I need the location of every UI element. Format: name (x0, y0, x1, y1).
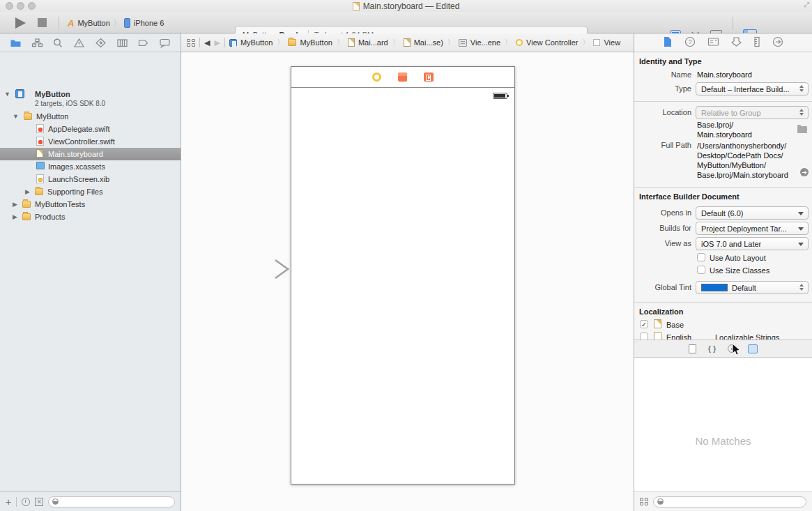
go-to-path-icon[interactable]: ➔ (800, 168, 809, 176)
disclosure-triangle-icon[interactable]: ▼ (13, 110, 19, 123)
disclosure-triangle-icon[interactable]: ▶ (25, 185, 30, 198)
use-size-classes-checkbox[interactable] (697, 266, 705, 274)
file-template-library-icon[interactable] (689, 344, 696, 353)
breadcrumb-group[interactable]: MyButton (288, 38, 332, 47)
toolbar-divider (733, 17, 733, 29)
stop-button[interactable] (38, 18, 47, 27)
identity-inspector-icon[interactable] (707, 37, 719, 48)
divider (634, 302, 812, 303)
issue-navigator-icon[interactable] (73, 38, 85, 48)
type-dropdown[interactable]: Default – Interface Build... (696, 82, 809, 96)
size-inspector-icon[interactable] (753, 36, 760, 49)
tree-row-file[interactable]: AppDelegate.swift (0, 123, 181, 135)
tree-row-group[interactable]: ▶ MyButtonTests (0, 198, 181, 211)
fullscreen-icon[interactable]: ⤢ (804, 1, 809, 9)
file-inspector-icon[interactable] (663, 36, 673, 49)
connections-inspector-icon[interactable] (772, 36, 783, 49)
project-subtitle: 2 targets, iOS SDK 8.0 (35, 98, 105, 110)
global-tint-control[interactable]: Default (696, 281, 809, 294)
breadcrumb-view-controller[interactable]: View Controller (516, 38, 578, 47)
location-dropdown[interactable]: Relative to Group (696, 106, 809, 119)
attributes-inspector-icon[interactable] (731, 36, 742, 49)
type-label: Type (634, 84, 691, 93)
test-navigator-icon[interactable] (95, 38, 107, 48)
project-navigator-icon[interactable] (10, 38, 22, 48)
disclosure-triangle-icon[interactable]: ▶ (13, 198, 17, 211)
section-header: Interface Builder Document (639, 192, 740, 201)
opens-in-dropdown[interactable]: Default (6.0) (696, 206, 809, 220)
editor-area: ◀ ▶ MyButton 〉 MyButton 〉 Mai...ard 〉 Ma… (181, 33, 634, 511)
tree-row-group[interactable]: ▼ MyButton (0, 110, 181, 123)
window-titlebar: Main.storyboard — Edited ⤢ (0, 0, 812, 12)
breakpoint-navigator-icon[interactable] (137, 38, 149, 48)
navigator-tab-bar (0, 33, 181, 52)
breadcrumb-scene[interactable]: Vie...ene (459, 38, 500, 47)
view-controller-canvas[interactable] (291, 66, 515, 485)
view-controller-icon[interactable] (372, 73, 381, 82)
xcode-project-icon (229, 39, 237, 47)
view-as-label: View as (634, 239, 691, 247)
forward-button[interactable]: ▶ (214, 38, 220, 47)
folder-icon[interactable] (797, 126, 807, 133)
tree-row-file[interactable]: Images.xcassets (0, 160, 181, 173)
breadcrumb-storyboard[interactable]: Mai...ard (348, 38, 388, 47)
media-library-icon[interactable] (748, 344, 758, 353)
tree-row-group[interactable]: ▶ Supporting Files (0, 185, 181, 198)
grid-view-icon[interactable] (640, 498, 648, 505)
run-button[interactable] (15, 17, 26, 29)
menu-arrow-icon (798, 227, 804, 231)
battery-status-icon (493, 93, 507, 99)
storyboard-file-icon (348, 38, 355, 47)
section-header: Identity and Type (639, 57, 702, 66)
back-button[interactable]: ◀ (204, 38, 210, 47)
add-button[interactable]: + (6, 496, 11, 508)
recent-files-icon[interactable] (22, 498, 30, 506)
storyboard-file-icon (36, 149, 43, 158)
stepper-icon (799, 284, 804, 291)
tree-row-file-selected[interactable]: Main.storyboard (0, 148, 181, 160)
use-auto-layout-checkbox[interactable] (697, 253, 705, 261)
asset-catalog-icon (36, 162, 45, 169)
chevron-icon: 〉 (337, 38, 344, 47)
scene-dock (291, 67, 514, 88)
stepper-icon (799, 85, 804, 92)
first-responder-icon[interactable] (398, 73, 407, 82)
report-navigator-icon[interactable] (159, 38, 171, 48)
mouse-cursor (732, 343, 742, 357)
initial-view-controller-arrow[interactable] (229, 259, 293, 280)
scheme-target-label: MyButton (77, 19, 109, 27)
debug-navigator-icon[interactable] (116, 38, 128, 48)
tree-row-file[interactable]: ViewController.swift (0, 135, 181, 148)
breadcrumb-project[interactable]: MyButton (229, 38, 273, 47)
breadcrumb-view[interactable]: View (593, 38, 620, 47)
builds-for-dropdown[interactable]: Project Deployment Tar... (696, 222, 809, 235)
scene-icon (459, 39, 467, 47)
tree-row-file[interactable]: LaunchScreen.xib (0, 173, 181, 185)
quick-help-inspector-icon[interactable]: ? (684, 36, 696, 49)
view-as-dropdown[interactable]: iOS 7.0 and Later (696, 237, 809, 250)
iphone-icon (124, 18, 130, 28)
localization-english-checkbox[interactable] (640, 333, 648, 340)
folder-icon (288, 39, 296, 46)
library-filter-field[interactable] (653, 496, 806, 508)
disclosure-triangle-icon[interactable]: ▶ (13, 211, 17, 223)
tint-color-swatch[interactable] (701, 284, 728, 291)
scheme-selector[interactable]: A MyButton 〉 iPhone 6 (68, 17, 164, 29)
breadcrumb-storyboard-base[interactable]: Mai...se) (404, 38, 443, 47)
target-icon: A (68, 18, 74, 29)
code-snippet-library-icon[interactable]: { } (708, 344, 717, 353)
project-row[interactable]: ▼ MyButton 2 targets, iOS SDK 8.0 (0, 88, 181, 109)
related-items-icon[interactable] (187, 39, 195, 47)
tree-row-group[interactable]: ▶ Products (0, 211, 181, 223)
file-inspector-content: Identity and Type Name Main.storyboard T… (634, 52, 812, 340)
disclosure-triangle-icon[interactable]: ▼ (4, 88, 10, 100)
search-navigator-icon[interactable] (52, 38, 63, 48)
source-control-status-icon[interactable]: ✕ (35, 498, 43, 506)
divider (634, 101, 812, 102)
chevron-icon: 〉 (392, 38, 399, 47)
navigator-filter-field[interactable] (48, 496, 175, 508)
localization-base-checkbox[interactable]: ✓ (640, 320, 648, 328)
chevron-icon: 〉 (447, 38, 454, 47)
exit-icon[interactable] (424, 73, 434, 82)
symbol-navigator-icon[interactable] (31, 38, 43, 48)
